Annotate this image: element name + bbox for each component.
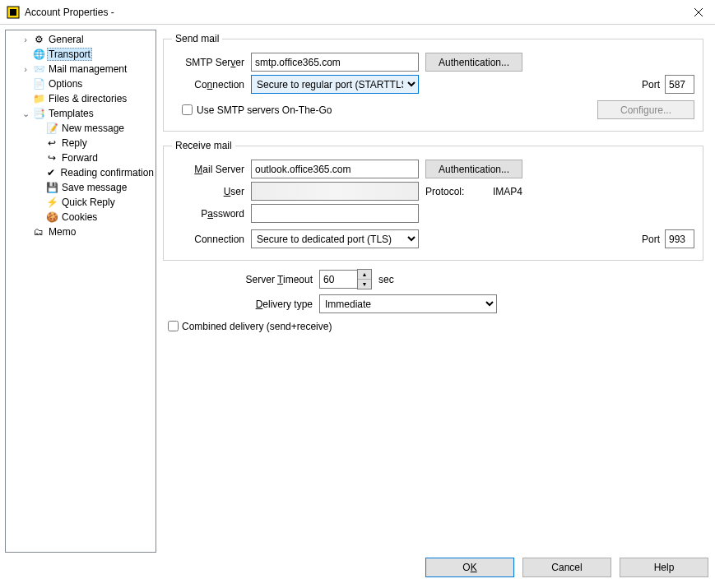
tree-item-memo[interactable]: 🗂Memo (6, 225, 156, 239)
tree-item-save-message[interactable]: 💾Save message (6, 180, 156, 195)
server-timeout-spinner[interactable]: ▲▼ (319, 269, 372, 289)
delivery-type-label: Delivery type (239, 299, 319, 310)
send-authentication-button[interactable]: Authentication... (425, 53, 522, 72)
svg-rect-1 (10, 9, 16, 16)
tree-item-forward[interactable]: ↪Forward (6, 150, 156, 165)
cookies-icon: 🍪 (45, 211, 58, 224)
transport-icon: 🌐 (32, 48, 45, 61)
password-label: Password (172, 208, 251, 220)
options-icon: 📄 (32, 77, 45, 90)
password-input[interactable] (251, 204, 419, 223)
server-timeout-input[interactable] (319, 270, 357, 289)
forward-icon: ↪ (45, 151, 58, 164)
receive-authentication-button[interactable]: Authentication... (425, 160, 522, 178)
protocol-value: IMAP4 (493, 186, 522, 197)
tree-item-label: Forward (60, 152, 100, 164)
content-panel: Send mail SMTP Server Authentication... … (161, 30, 710, 553)
app-icon (7, 6, 20, 19)
titlebar: Account Properties - (0, 0, 715, 25)
tree-item-label: Reading confirmation (59, 167, 156, 178)
tree-item-mail-management[interactable]: ›📨Mail management (6, 62, 156, 76)
otg-checkbox[interactable] (182, 104, 193, 115)
tree-item-label: Options (47, 78, 84, 90)
smtp-server-input[interactable] (251, 53, 419, 72)
tree-item-files-directories[interactable]: 📁Files & directories (6, 91, 156, 106)
receive-connection-select[interactable]: Secure to dedicated port (TLS) (251, 229, 419, 248)
tree-item-quick-reply[interactable]: ⚡Quick Reply (6, 195, 156, 210)
send-mail-group: Send mail SMTP Server Authentication... … (163, 33, 703, 132)
server-timeout-label: Server Timeout (239, 274, 319, 285)
combined-delivery-checkbox[interactable] (168, 321, 179, 331)
timeout-unit: sec (378, 274, 394, 285)
tree-item-label: General (47, 34, 86, 45)
help-button[interactable]: Help (620, 558, 708, 577)
tree-item-label: Cookies (60, 211, 99, 223)
tree-item-label: Transport (47, 48, 92, 61)
tree-item-label: Reply (60, 137, 89, 149)
tree-item-label: New message (60, 123, 126, 134)
receive-mail-legend: Receive mail (172, 140, 235, 151)
reading-confirmation-icon: ✔ (44, 166, 57, 179)
memo-icon: 🗂 (32, 225, 45, 238)
tree-item-label: Quick Reply (60, 197, 117, 208)
send-port-label: Port (642, 79, 660, 90)
protocol-label: Protocol: (425, 186, 473, 197)
tree-item-templates[interactable]: ⌄📑Templates (6, 106, 156, 121)
templates-icon: 📑 (32, 107, 45, 120)
new-message-icon: 📝 (45, 122, 58, 135)
dialog-footer: OK Cancel Help (0, 558, 715, 583)
tree-item-label: Files & directories (47, 93, 128, 104)
delivery-type-select[interactable]: Immediate (319, 294, 497, 313)
otg-label: Use SMTP servers On-The-Go (197, 104, 332, 116)
reply-icon: ↩ (45, 137, 58, 150)
files-directories-icon: 📁 (32, 92, 45, 105)
quick-reply-icon: ⚡ (45, 196, 58, 209)
tree-item-label: Mail management (47, 63, 128, 75)
tree-item-label: Save message (60, 182, 128, 193)
ok-button[interactable]: OK (425, 558, 514, 577)
tree-item-general[interactable]: ›⚙General (6, 32, 156, 47)
tree-item-reading-confirmation[interactable]: ✔Reading confirmation (6, 165, 156, 180)
send-port-input[interactable] (665, 75, 694, 94)
user-input[interactable] (251, 182, 419, 201)
nav-tree[interactable]: ›⚙General🌐Transport›📨Mail management📄Opt… (5, 30, 156, 553)
save-message-icon: 💾 (45, 181, 58, 194)
combined-delivery-label: Combined delivery (send+receive) (182, 321, 332, 332)
spin-down-icon[interactable]: ▼ (358, 280, 371, 289)
receive-mail-group: Receive mail Mail Server Authentication.… (163, 140, 703, 261)
tree-item-label: Memo (47, 226, 77, 238)
smtp-server-label: SMTP Server (172, 57, 251, 68)
close-button[interactable] (682, 0, 715, 25)
mail-server-input[interactable] (251, 160, 419, 178)
mail-server-label: Mail Server (172, 164, 251, 175)
spin-up-icon[interactable]: ▲ (358, 270, 371, 280)
cancel-button[interactable]: Cancel (522, 558, 611, 577)
send-connection-label: Connection (172, 79, 251, 90)
expand-icon[interactable]: › (21, 35, 30, 44)
window-title: Account Properties - (25, 7, 114, 18)
expand-icon[interactable]: ⌄ (21, 109, 30, 119)
configure-button: Configure... (597, 100, 694, 119)
receive-port-label: Port (642, 234, 660, 245)
tree-item-reply[interactable]: ↩Reply (6, 136, 156, 150)
tree-item-new-message[interactable]: 📝New message (6, 121, 156, 136)
general-icon: ⚙ (32, 33, 45, 46)
combined-delivery-row: Combined delivery (send+receive) (165, 318, 702, 334)
receive-connection-label: Connection (172, 234, 251, 245)
receive-port-input[interactable] (665, 229, 694, 248)
tree-item-options[interactable]: 📄Options (6, 76, 156, 91)
user-label: User (172, 186, 251, 197)
send-connection-select[interactable]: Secure to regular port (STARTTLS) (251, 75, 419, 94)
expand-icon[interactable]: › (21, 64, 30, 74)
tree-item-transport[interactable]: 🌐Transport (6, 47, 156, 62)
send-mail-legend: Send mail (172, 33, 222, 44)
tree-item-cookies[interactable]: 🍪Cookies (6, 210, 156, 225)
mail-management-icon: 📨 (32, 63, 45, 76)
tree-item-label: Templates (47, 108, 95, 119)
